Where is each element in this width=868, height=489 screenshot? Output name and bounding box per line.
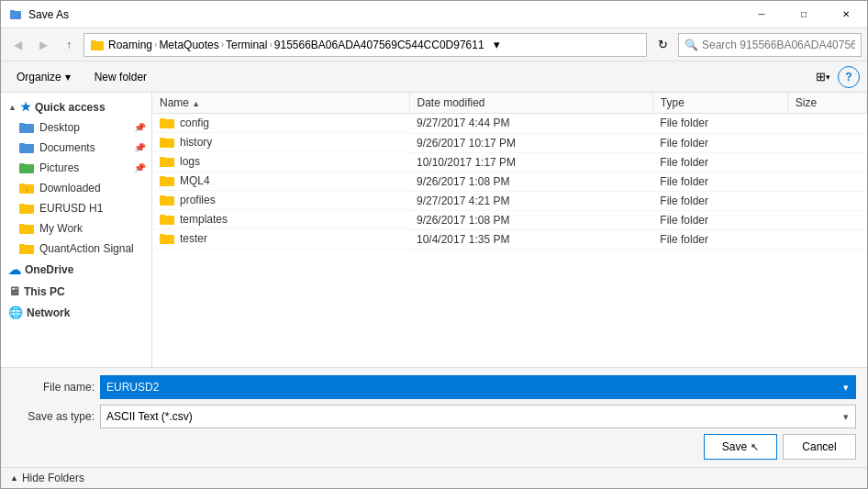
close-button[interactable]: ✕ — [825, 1, 867, 28]
sidebar-item-quantaction[interactable]: QuantAction Signal — [1, 239, 151, 259]
svg-rect-32 — [160, 234, 165, 238]
organize-label: Organize — [17, 71, 61, 83]
forward-button[interactable]: ▶ — [32, 34, 54, 56]
breadcrumb: Roaming › MetaQuotes › Terminal › 915566… — [108, 39, 484, 51]
minimize-button[interactable]: ─ — [740, 1, 783, 28]
refresh-button[interactable]: ↻ — [651, 33, 674, 57]
filename-label: File name: — [12, 381, 95, 394]
col-size[interactable]: Size — [787, 93, 866, 114]
network-label: Network — [27, 306, 70, 319]
search-input[interactable] — [702, 39, 855, 51]
savetype-select[interactable]: ASCII Text (*.csv) — [100, 405, 856, 428]
save-button[interactable]: Save ↖ — [704, 434, 777, 460]
onedrive-item[interactable]: ☁ OneDrive — [1, 259, 151, 281]
quick-access-header[interactable]: ▲ ★ Quick access — [1, 96, 151, 117]
file-name: config — [180, 117, 209, 129]
svg-rect-7 — [19, 143, 25, 147]
table-row[interactable]: tester10/4/2017 1:35 PMFile folder — [152, 229, 867, 249]
savetype-select-wrapper: ASCII Text (*.csv) — [100, 405, 856, 428]
sidebar-item-my-work[interactable]: My Work — [1, 218, 151, 239]
file-name: tester — [180, 232, 207, 245]
file-name-cell: history — [152, 133, 409, 152]
address-bar: ◀ ▶ ↑ Roaming › MetaQuotes › Terminal › … — [1, 28, 867, 61]
file-rows: config9/27/2017 4:44 PMFile folderhistor… — [152, 114, 867, 250]
file-date-cell: 10/4/2017 1:35 PM — [409, 229, 652, 249]
search-icon: 🔍 — [684, 39, 698, 51]
folder-icon — [160, 213, 174, 226]
search-box[interactable]: 🔍 — [678, 33, 862, 57]
new-folder-label: New folder — [95, 71, 147, 83]
maximize-button[interactable]: □ — [783, 1, 825, 28]
file-table: Name ▲ Date modified Type Size — [152, 93, 867, 250]
col-date[interactable]: Date modified — [409, 93, 652, 114]
quantaction-folder-icon — [19, 241, 34, 256]
file-name-cell: tester — [152, 229, 409, 249]
hide-folders-bar[interactable]: ▲ Hide Folders — [1, 467, 867, 488]
file-pane: Name ▲ Date modified Type Size — [152, 93, 867, 367]
address-dropdown-button[interactable]: ▾ — [488, 33, 506, 57]
col-type[interactable]: Type — [652, 93, 787, 114]
sidebar-item-documents[interactable]: Documents 📌 — [1, 138, 151, 158]
file-size-cell — [787, 133, 866, 152]
file-name-cell: profiles — [152, 191, 409, 210]
save-label: Save — [722, 440, 747, 453]
filename-input-wrapper — [100, 375, 856, 399]
file-date-cell: 9/26/2017 1:08 PM — [409, 210, 652, 229]
file-date-cell: 9/27/2017 4:44 PM — [409, 114, 652, 134]
up-button[interactable]: ↑ — [58, 34, 80, 56]
address-path[interactable]: Roaming › MetaQuotes › Terminal › 915566… — [83, 33, 647, 57]
back-button[interactable]: ◀ — [6, 34, 28, 56]
view-icon: ⊞ — [816, 70, 826, 83]
cancel-button[interactable]: Cancel — [783, 434, 856, 460]
sidebar-item-eurusd-h1[interactable]: EURUSD H1 — [1, 198, 151, 218]
folder-icon — [160, 194, 174, 206]
sidebar-item-desktop[interactable]: Desktop 📌 — [1, 117, 151, 138]
hide-folders-label: Hide Folders — [22, 472, 84, 484]
onedrive-icon: ☁ — [8, 262, 21, 277]
file-size-cell — [787, 114, 866, 134]
svg-rect-28 — [160, 195, 165, 199]
title-bar-controls: ─ □ ✕ — [740, 1, 867, 28]
file-type-cell: File folder — [652, 152, 787, 172]
file-size-cell — [787, 172, 866, 191]
network-item[interactable]: 🌐 Network — [1, 302, 151, 323]
thispc-item[interactable]: 🖥 This PC — [1, 281, 151, 302]
refresh-icon: ↻ — [658, 38, 668, 51]
pin-icon: 📌 — [134, 163, 144, 172]
main-content: ▲ ★ Quick access Desktop 📌 — [1, 93, 867, 367]
table-row[interactable]: history9/26/2017 10:17 PMFile folder — [152, 133, 867, 152]
file-date-cell: 9/26/2017 1:08 PM — [409, 172, 652, 191]
file-name: history — [180, 136, 212, 149]
my-work-label: My Work — [39, 222, 83, 235]
sidebar-item-downloaded[interactable]: ↓ Downloaded — [1, 178, 151, 198]
table-row[interactable]: config9/27/2017 4:44 PMFile folder — [152, 114, 867, 134]
file-type-cell: File folder — [652, 133, 787, 152]
table-row[interactable]: logs10/10/2017 1:17 PMFile folder — [152, 152, 867, 172]
col-name[interactable]: Name ▲ — [152, 93, 409, 114]
documents-folder-icon — [19, 140, 34, 155]
file-name: MQL4 — [180, 174, 210, 187]
sidebar-item-pictures[interactable]: Pictures 📌 — [1, 158, 151, 178]
table-row[interactable]: templates9/26/2017 1:08 PMFile folder — [152, 210, 867, 229]
new-folder-button[interactable]: New folder — [86, 66, 155, 88]
file-size-cell — [787, 152, 866, 172]
svg-rect-1 — [10, 10, 15, 13]
organize-button[interactable]: Organize ▾ — [8, 66, 79, 88]
table-row[interactable]: profiles9/27/2017 4:21 PMFile folder — [152, 191, 867, 210]
mywork-folder-icon — [19, 221, 34, 236]
onedrive-label: OneDrive — [25, 263, 73, 276]
title-bar: Save As ─ □ ✕ — [1, 1, 867, 28]
table-row[interactable]: MQL49/26/2017 1:08 PMFile folder — [152, 172, 867, 191]
view-button[interactable]: ⊞ ▾ — [812, 66, 834, 88]
svg-rect-20 — [160, 118, 165, 122]
file-size-cell — [787, 191, 866, 210]
title-bar-left: Save As — [8, 7, 69, 22]
filename-input[interactable] — [100, 375, 856, 399]
path-folder-icon — [90, 38, 105, 52]
bottom-buttons: Save ↖ Cancel — [12, 434, 856, 460]
desktop-folder-icon — [19, 120, 34, 135]
quick-access-arrow: ▲ — [8, 103, 17, 112]
help-button[interactable]: ? — [838, 66, 860, 88]
thispc-icon: 🖥 — [8, 284, 20, 298]
quick-access-star-icon: ★ — [20, 100, 31, 114]
